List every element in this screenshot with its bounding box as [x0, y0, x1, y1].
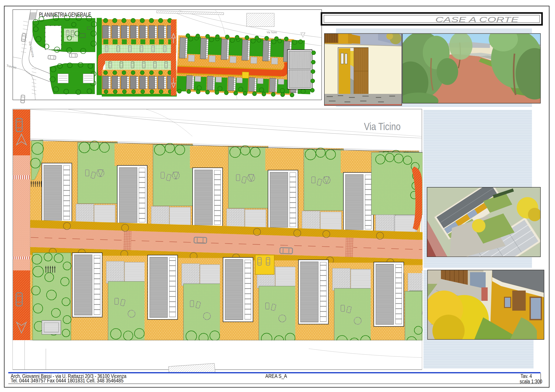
svg-text:scala 1:300: scala 1:300 — [520, 378, 542, 385]
svg-text:PLANIMETRIA GENERALE: PLANIMETRIA GENERALE — [39, 11, 91, 18]
svg-text:CASE A CORTE: CASE A CORTE — [435, 15, 518, 24]
svg-text:Tav. 4: Tav. 4 — [520, 373, 532, 379]
svg-text:Via Ticino: Via Ticino — [364, 121, 401, 132]
svg-text:Via Ticino: Via Ticino — [267, 31, 277, 34]
svg-text:Tel. 0444 349757 Fax 0444 180: Tel. 0444 349757 Fax 0444 1801831 Cell. … — [11, 378, 124, 384]
svg-text:AREA S_A: AREA S_A — [265, 373, 287, 379]
